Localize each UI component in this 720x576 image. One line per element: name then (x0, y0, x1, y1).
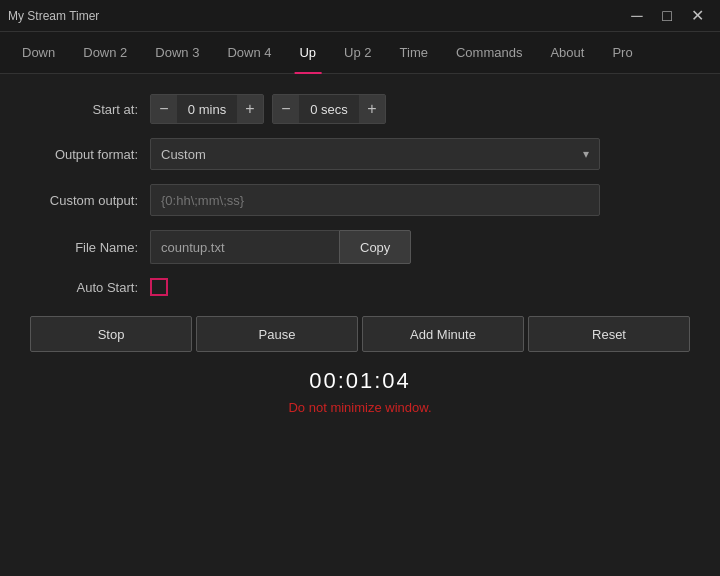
mins-value: 0 mins (177, 102, 237, 117)
tab-up[interactable]: Up (285, 32, 330, 74)
mins-increment-button[interactable]: + (237, 95, 263, 123)
start-at-row: Start at: − 0 mins + − 0 secs + (30, 94, 690, 124)
tab-down4[interactable]: Down 4 (213, 32, 285, 74)
custom-output-input[interactable] (150, 184, 600, 216)
output-format-label: Output format: (30, 147, 150, 162)
tab-down3[interactable]: Down 3 (141, 32, 213, 74)
main-content: Start at: − 0 mins + − 0 secs + Output f… (0, 74, 720, 576)
secs-decrement-button[interactable]: − (273, 95, 299, 123)
window-controls: ─ □ ✕ (622, 1, 712, 31)
auto-start-checkbox[interactable] (150, 278, 168, 296)
pause-button[interactable]: Pause (196, 316, 358, 352)
tab-pro[interactable]: Pro (598, 32, 646, 74)
timer-display: 00:01:04 (30, 368, 690, 394)
tab-commands[interactable]: Commands (442, 32, 536, 74)
auto-start-label: Auto Start: (30, 280, 150, 295)
titlebar: My Stream Timer ─ □ ✕ (0, 0, 720, 32)
start-at-steppers: − 0 mins + − 0 secs + (150, 94, 386, 124)
copy-button[interactable]: Copy (339, 230, 411, 264)
tab-down1[interactable]: Down (8, 32, 69, 74)
output-format-value: Custom (161, 147, 206, 162)
tab-about[interactable]: About (536, 32, 598, 74)
mins-decrement-button[interactable]: − (151, 95, 177, 123)
app-title: My Stream Timer (8, 9, 99, 23)
file-name-label: File Name: (30, 240, 150, 255)
secs-increment-button[interactable]: + (359, 95, 385, 123)
custom-output-label: Custom output: (30, 193, 150, 208)
dropdown-arrow-icon: ▾ (583, 147, 589, 161)
file-name-row: File Name: Copy (30, 230, 690, 264)
minimize-button[interactable]: ─ (622, 1, 652, 31)
secs-stepper: − 0 secs + (272, 94, 386, 124)
output-format-row: Output format: Custom ▾ (30, 138, 690, 170)
tab-time[interactable]: Time (386, 32, 442, 74)
custom-output-row: Custom output: (30, 184, 690, 216)
action-buttons: Stop Pause Add Minute Reset (30, 316, 690, 352)
auto-start-row: Auto Start: (30, 278, 690, 296)
output-format-dropdown[interactable]: Custom ▾ (150, 138, 600, 170)
navbar: Down Down 2 Down 3 Down 4 Up Up 2 Time C… (0, 32, 720, 74)
reset-button[interactable]: Reset (528, 316, 690, 352)
mins-stepper: − 0 mins + (150, 94, 264, 124)
maximize-button[interactable]: □ (652, 1, 682, 31)
file-name-input[interactable] (150, 230, 339, 264)
filename-group: Copy (150, 230, 411, 264)
tab-up2[interactable]: Up 2 (330, 32, 385, 74)
add-minute-button[interactable]: Add Minute (362, 316, 524, 352)
tab-down2[interactable]: Down 2 (69, 32, 141, 74)
close-button[interactable]: ✕ (682, 1, 712, 31)
timer-warning: Do not minimize window. (30, 400, 690, 415)
secs-value: 0 secs (299, 102, 359, 117)
stop-button[interactable]: Stop (30, 316, 192, 352)
start-at-label: Start at: (30, 102, 150, 117)
